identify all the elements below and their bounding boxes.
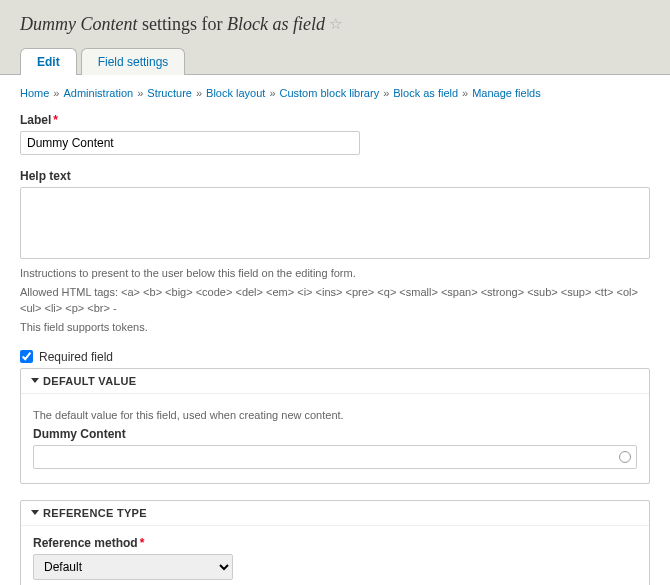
reference-method-select[interactable]: Default [33, 554, 233, 580]
breadcrumb-item[interactable]: Custom block library [280, 87, 380, 99]
breadcrumb-sep: » [462, 87, 468, 99]
required-field-wrapper: Required field [20, 350, 650, 364]
default-value-legend[interactable]: DEFAULT VALUE [21, 369, 649, 394]
breadcrumb: Home» Administration» Structure» Block l… [20, 87, 650, 99]
breadcrumb-item[interactable]: Home [20, 87, 49, 99]
star-icon[interactable]: ☆ [329, 15, 342, 33]
tab-field-settings[interactable]: Field settings [81, 48, 186, 75]
breadcrumb-item[interactable]: Structure [147, 87, 192, 99]
default-value-legend-label: DEFAULT VALUE [43, 375, 136, 387]
label-field-wrapper: Label* [20, 113, 650, 155]
label-input[interactable] [20, 131, 360, 155]
required-checkbox[interactable] [20, 350, 33, 363]
breadcrumb-item[interactable]: Manage fields [472, 87, 541, 99]
caret-down-icon [31, 378, 39, 383]
breadcrumb-sep: » [383, 87, 389, 99]
default-value-desc: The default value for this field, used w… [33, 408, 637, 423]
label-field-label: Label* [20, 113, 650, 127]
primary-tabs: Edit Field settings [20, 48, 650, 75]
help-desc-2: Allowed HTML tags: <a> <b> <big> <code> … [20, 285, 650, 316]
autocomplete-icon [619, 451, 631, 463]
default-value-input-wrap [33, 445, 637, 469]
caret-down-icon [31, 510, 39, 515]
help-text-input[interactable] [20, 187, 650, 259]
tab-edit-label: Edit [37, 55, 60, 69]
title-middle: settings for [142, 14, 223, 34]
title-suffix: Block as field [227, 14, 325, 34]
required-marker: * [51, 113, 58, 127]
default-value-section: DEFAULT VALUE The default value for this… [20, 368, 650, 484]
breadcrumb-item[interactable]: Block as field [393, 87, 458, 99]
breadcrumb-sep: » [196, 87, 202, 99]
required-marker: * [138, 536, 145, 550]
tab-field-settings-label: Field settings [98, 55, 169, 69]
default-value-field-label: Dummy Content [33, 427, 637, 441]
help-desc-3: This field supports tokens. [20, 320, 650, 335]
tab-edit[interactable]: Edit [20, 48, 77, 75]
content: Home» Administration» Structure» Block l… [0, 75, 670, 585]
breadcrumb-sep: » [269, 87, 275, 99]
breadcrumb-item[interactable]: Administration [63, 87, 133, 99]
breadcrumb-item[interactable]: Block layout [206, 87, 265, 99]
help-text-label: Help text [20, 169, 650, 183]
page-title: Dummy Content settings for Block as fiel… [20, 14, 650, 35]
reference-type-legend[interactable]: REFERENCE TYPE [21, 501, 649, 526]
help-text-wrapper: Help text Instructions to present to the… [20, 169, 650, 336]
reference-method-label: Reference method* [33, 536, 637, 550]
required-label: Required field [39, 350, 113, 364]
help-desc-1: Instructions to present to the user belo… [20, 266, 650, 281]
breadcrumb-sep: » [53, 87, 59, 99]
reference-method-wrapper: Reference method* Default [33, 536, 637, 580]
default-value-input[interactable] [33, 445, 637, 469]
reference-type-section: REFERENCE TYPE Reference method* Default… [20, 500, 650, 585]
breadcrumb-sep: » [137, 87, 143, 99]
reference-type-legend-label: REFERENCE TYPE [43, 507, 147, 519]
title-prefix: Dummy Content [20, 14, 137, 34]
title-bar: Dummy Content settings for Block as fiel… [0, 0, 670, 75]
